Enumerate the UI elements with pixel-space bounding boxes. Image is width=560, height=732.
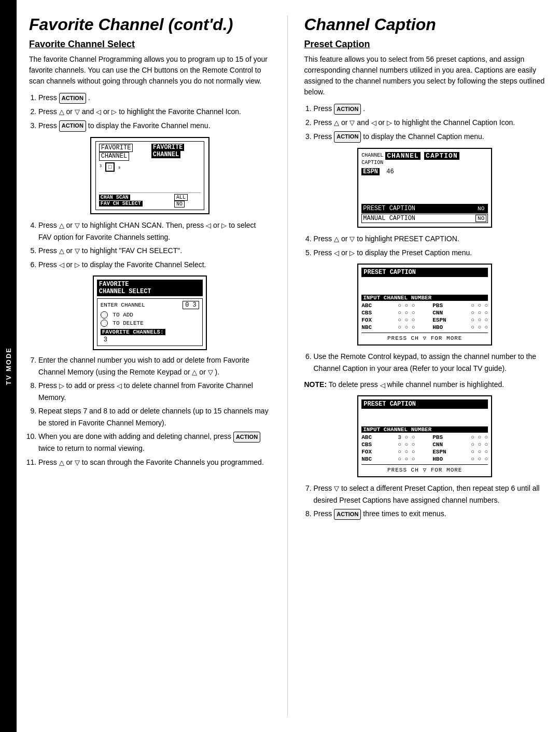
channel-caption-title: CHANNEL <box>385 152 421 160</box>
right-intro: This feature allows you to select from 5… <box>304 54 546 98</box>
left-subtitle: Favorite Channel Select <box>29 39 271 50</box>
fav-cursor-box: □ <box>105 162 115 172</box>
right-step-3: Press ACTION to display the Channel Capt… <box>314 131 546 143</box>
fav-channel-select-screen: FAVORITECHANNEL SELECT ENTER CHANNEL 0 3… <box>93 275 207 350</box>
left-step-8: Press ▷ to add or press ◁ to delete chan… <box>38 380 271 403</box>
channel-number-value: 0 3 <box>183 301 199 309</box>
fav-channels-value: 3 <box>104 336 199 343</box>
fav-channels-label: FAVORITE CHANNELS: <box>101 329 165 335</box>
caption-menu-options: PRESET CAPTION NO MANUAL CAPTION NO <box>361 204 488 223</box>
up-arrow-icon: △ <box>59 107 64 118</box>
left-intro: The favorite Channel Programming allows … <box>29 54 271 87</box>
fav-highlight: FAVORITE CHANNEL <box>151 144 201 161</box>
sidebar: TV MODE <box>0 0 17 732</box>
left-step-3: Press ACTION to display the Favorite Cha… <box>38 120 271 132</box>
right-steps-list-3: Use the Remote Control keypad, to assign… <box>314 351 546 374</box>
right-steps-list: Press ACTION . Press △ or ▽ and ◁ or ▷ t… <box>314 103 546 143</box>
left-step-10: When you are done with adding and deleti… <box>38 431 271 454</box>
left-step-11: Press △ or ▽ to scan through the Favorit… <box>38 457 271 468</box>
fav-cursor-row: ³ □ ₈ <box>99 162 201 172</box>
left-step-2: Press △ or ▽ and ◁ or ▷ to highlight the… <box>38 106 271 118</box>
right-step-1: Press ACTION . <box>314 103 546 115</box>
caption-channel-grid-1: ABC ○ ○ ○ PBS ○ ○ ○ CBS ○ ○ ○ CNN ○ ○ ○ … <box>361 302 488 330</box>
sidebar-label: TV MODE <box>5 347 12 385</box>
page-container: TV MODE Favorite Channel (cont'd.) Favor… <box>0 0 560 732</box>
left-step-4: Press △ or ▽ to highlight CHAN SCAN. The… <box>38 219 271 243</box>
right-step-5: Press ◁ or ▷ to display the Preset Capti… <box>314 247 546 259</box>
press-ch-btn-2: PRESS CH ▽ FOR MORE <box>361 464 488 473</box>
preset-caption-screen-1: PRESET CAPTION INPUT CHANNEL NUMBER ABC … <box>357 264 492 346</box>
left-steps-list-2: Press △ or ▽ to highlight CHAN SCAN. The… <box>38 219 271 270</box>
right-steps-list-2: Press △ or ▽ to highlight PRESET CAPTION… <box>314 233 546 258</box>
right-column: Channel Caption Preset Caption This feat… <box>287 16 546 716</box>
right-arrow-icon: ▷ <box>111 107 117 118</box>
down-arrow-icon: ▽ <box>75 107 80 118</box>
caption-channel-grid-2: ABC 3 ○ ○ PBS ○ ○ ○ CBS ○ ○ ○ CNN ○ ○ ○ … <box>361 434 488 462</box>
left-step-6: Press ◁ or ▷ to display the Favorite Cha… <box>38 259 271 271</box>
channel-caption-menu-screen: CHANNEL CAPTION CHANNEL CAPTION ESPN 46 … <box>357 148 492 228</box>
right-step-7: Press ▽ to select a different Preset Cap… <box>314 482 546 506</box>
left-column: Favorite Channel (cont'd.) Favorite Chan… <box>29 16 271 716</box>
right-step-4: Press △ or ▽ to highlight PRESET CAPTION… <box>314 233 546 245</box>
left-step-5: Press △ or ▽ to highlight "FAV CH SELECT… <box>38 245 271 257</box>
action-button-1: ACTION <box>59 93 86 104</box>
right-title: Channel Caption <box>304 16 546 34</box>
right-subtitle: Preset Caption <box>304 39 546 50</box>
fav-channel-menu-inner: FAVORITE CHANNEL FAVORITE CHANNEL ³ □ ₈ <box>95 141 204 210</box>
right-step-8: Press ACTION three times to exit menus. <box>314 508 546 520</box>
fav-channel-menu-screen: FAVORITE CHANNEL FAVORITE CHANNEL ³ □ ₈ <box>90 137 209 214</box>
fav-menu-top-row: FAVORITE CHANNEL FAVORITE CHANNEL <box>99 144 201 161</box>
left-step-1: Press ACTION . <box>38 92 271 104</box>
left-steps-list: Press ACTION . Press △ or ▽ and ◁ or ▷ t… <box>38 92 271 132</box>
to-delete-radio <box>101 320 108 327</box>
fav-menu-bottom: CHAN SCAN FAV CH SELECT ALL NO <box>99 192 201 208</box>
enter-channel-label: ENTER CHANNEL <box>101 302 145 308</box>
right-steps-list-4: Press ▽ to select a different Preset Cap… <box>314 482 546 520</box>
right-step-6: Use the Remote Control keypad, to assign… <box>314 351 546 374</box>
right-step-2: Press △ or ▽ and ◁ or ▷ to highlight the… <box>314 117 546 129</box>
preset-caption-screen-2: PRESET CAPTION INPUT CHANNEL NUMBER ABC … <box>357 395 492 477</box>
left-steps-list-3: Enter the channel number you wish to add… <box>38 354 271 468</box>
note-text: NOTE: To delete press ◁ while channel nu… <box>304 379 546 390</box>
action-button-3: ACTION <box>59 120 86 132</box>
left-arrow-icon: ◁ <box>96 107 101 118</box>
main-content: Favorite Channel (cont'd.) Favorite Chan… <box>17 0 560 732</box>
fav-label: FAVORITE CHANNEL <box>99 144 149 161</box>
left-title: Favorite Channel (cont'd.) <box>29 16 271 34</box>
to-add-radio <box>101 311 108 319</box>
fav-select-inner: ENTER CHANNEL 0 3 TO ADD TO DELETE FAVOR… <box>97 298 203 346</box>
left-step-7: Enter the channel number you wish to add… <box>38 354 271 378</box>
r-action-button-1: ACTION <box>334 104 361 115</box>
press-ch-btn-1: PRESS CH ▽ FOR MORE <box>361 333 488 341</box>
fav-select-heading: FAVORITECHANNEL SELECT <box>97 280 203 296</box>
left-step-9: Repeat steps 7 and 8 to add or delete ch… <box>38 405 271 429</box>
